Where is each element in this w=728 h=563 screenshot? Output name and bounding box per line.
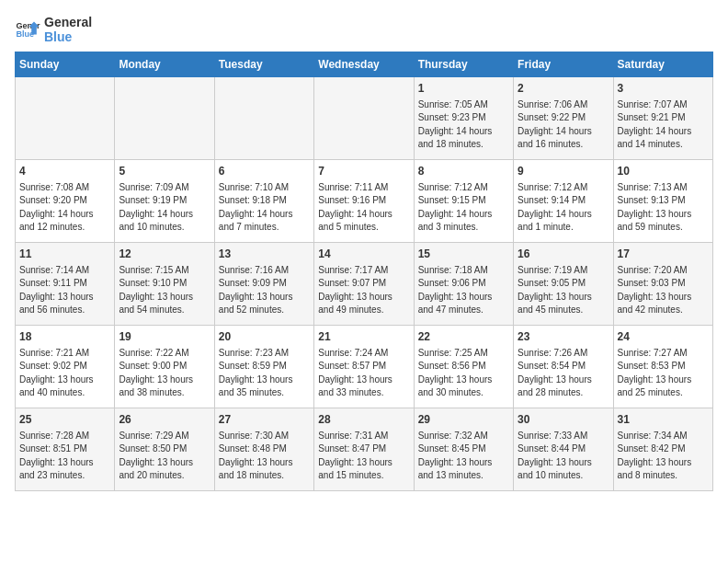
calendar-cell: 29Sunrise: 7:32 AM Sunset: 8:45 PM Dayli…: [414, 408, 513, 491]
day-content: Sunrise: 7:13 AM Sunset: 9:13 PM Dayligh…: [618, 181, 709, 235]
calendar-week-4: 18Sunrise: 7:21 AM Sunset: 9:02 PM Dayli…: [16, 326, 713, 408]
calendar-cell: 20Sunrise: 7:23 AM Sunset: 8:59 PM Dayli…: [214, 326, 313, 408]
calendar-cell: [16, 77, 115, 160]
day-content: Sunrise: 7:17 AM Sunset: 9:07 PM Dayligh…: [318, 264, 409, 317]
day-number: 30: [518, 412, 609, 428]
calendar-cell: 8Sunrise: 7:12 AM Sunset: 9:15 PM Daylig…: [414, 160, 513, 243]
logo: General Blue General Blue: [15, 15, 92, 44]
day-content: Sunrise: 7:29 AM Sunset: 8:50 PM Dayligh…: [119, 430, 210, 483]
weekday-header-friday: Friday: [514, 52, 613, 77]
calendar-cell: 10Sunrise: 7:13 AM Sunset: 9:13 PM Dayli…: [613, 160, 712, 243]
calendar-cell: 26Sunrise: 7:29 AM Sunset: 8:50 PM Dayli…: [115, 408, 214, 491]
calendar-cell: [214, 77, 313, 160]
day-content: Sunrise: 7:14 AM Sunset: 9:11 PM Dayligh…: [19, 264, 110, 317]
day-content: Sunrise: 7:16 AM Sunset: 9:09 PM Dayligh…: [219, 264, 310, 317]
day-number: 23: [518, 329, 609, 345]
day-content: Sunrise: 7:28 AM Sunset: 8:51 PM Dayligh…: [19, 430, 110, 483]
day-content: Sunrise: 7:10 AM Sunset: 9:18 PM Dayligh…: [219, 181, 310, 235]
calendar-cell: 3Sunrise: 7:07 AM Sunset: 9:21 PM Daylig…: [613, 77, 712, 160]
calendar-cell: 22Sunrise: 7:25 AM Sunset: 8:56 PM Dayli…: [414, 326, 513, 408]
day-content: Sunrise: 7:32 AM Sunset: 8:45 PM Dayligh…: [418, 430, 509, 483]
day-content: Sunrise: 7:21 AM Sunset: 9:02 PM Dayligh…: [19, 347, 110, 400]
day-number: 28: [318, 412, 409, 428]
calendar-cell: 1Sunrise: 7:05 AM Sunset: 9:23 PM Daylig…: [414, 77, 513, 160]
day-content: Sunrise: 7:24 AM Sunset: 8:57 PM Dayligh…: [318, 347, 409, 400]
calendar-cell: 5Sunrise: 7:09 AM Sunset: 9:19 PM Daylig…: [115, 160, 214, 243]
day-content: Sunrise: 7:09 AM Sunset: 9:19 PM Dayligh…: [119, 181, 210, 235]
day-number: 16: [518, 247, 609, 262]
page-header: General Blue General Blue: [15, 15, 713, 44]
calendar-cell: 15Sunrise: 7:18 AM Sunset: 9:06 PM Dayli…: [414, 243, 513, 326]
calendar-cell: 11Sunrise: 7:14 AM Sunset: 9:11 PM Dayli…: [16, 243, 115, 326]
day-content: Sunrise: 7:07 AM Sunset: 9:21 PM Dayligh…: [618, 98, 709, 152]
day-content: Sunrise: 7:27 AM Sunset: 8:53 PM Dayligh…: [618, 347, 709, 400]
day-content: Sunrise: 7:12 AM Sunset: 9:14 PM Dayligh…: [518, 181, 609, 235]
day-number: 25: [19, 412, 110, 428]
day-number: 14: [318, 247, 409, 262]
day-content: Sunrise: 7:33 AM Sunset: 8:44 PM Dayligh…: [518, 430, 609, 483]
calendar-cell: [314, 77, 414, 160]
calendar-cell: 27Sunrise: 7:30 AM Sunset: 8:48 PM Dayli…: [214, 408, 313, 491]
day-content: Sunrise: 7:12 AM Sunset: 9:15 PM Dayligh…: [418, 181, 509, 235]
logo-text: General Blue: [44, 15, 92, 44]
calendar-cell: 12Sunrise: 7:15 AM Sunset: 9:10 PM Dayli…: [115, 243, 214, 326]
day-number: 1: [418, 81, 509, 97]
calendar-table: SundayMondayTuesdayWednesdayThursdayFrid…: [15, 52, 713, 491]
day-number: 24: [618, 329, 709, 345]
day-number: 18: [19, 329, 110, 345]
calendar-cell: 30Sunrise: 7:33 AM Sunset: 8:44 PM Dayli…: [514, 408, 613, 491]
day-number: 21: [318, 329, 409, 345]
calendar-cell: 23Sunrise: 7:26 AM Sunset: 8:54 PM Dayli…: [514, 326, 613, 408]
calendar-cell: 21Sunrise: 7:24 AM Sunset: 8:57 PM Dayli…: [314, 326, 414, 408]
weekday-header-tuesday: Tuesday: [214, 52, 313, 77]
calendar-cell: 31Sunrise: 7:34 AM Sunset: 8:42 PM Dayli…: [613, 408, 712, 491]
day-content: Sunrise: 7:05 AM Sunset: 9:23 PM Dayligh…: [418, 98, 509, 152]
calendar-cell: 28Sunrise: 7:31 AM Sunset: 8:47 PM Dayli…: [314, 408, 414, 491]
day-number: 20: [219, 329, 310, 345]
day-number: 17: [618, 247, 709, 262]
day-content: Sunrise: 7:25 AM Sunset: 8:56 PM Dayligh…: [418, 347, 509, 400]
calendar-cell: 13Sunrise: 7:16 AM Sunset: 9:09 PM Dayli…: [214, 243, 313, 326]
calendar-cell: 25Sunrise: 7:28 AM Sunset: 8:51 PM Dayli…: [16, 408, 115, 491]
calendar-cell: 4Sunrise: 7:08 AM Sunset: 9:20 PM Daylig…: [16, 160, 115, 243]
day-number: 13: [219, 247, 310, 262]
weekday-header-wednesday: Wednesday: [314, 52, 414, 77]
day-content: Sunrise: 7:11 AM Sunset: 9:16 PM Dayligh…: [318, 181, 409, 235]
day-number: 19: [119, 329, 210, 345]
day-number: 26: [119, 412, 210, 428]
day-number: 15: [418, 247, 509, 262]
day-content: Sunrise: 7:34 AM Sunset: 8:42 PM Dayligh…: [618, 430, 709, 483]
day-content: Sunrise: 7:08 AM Sunset: 9:20 PM Dayligh…: [19, 181, 110, 235]
day-content: Sunrise: 7:26 AM Sunset: 8:54 PM Dayligh…: [518, 347, 609, 400]
day-number: 12: [119, 247, 210, 262]
calendar-cell: 16Sunrise: 7:19 AM Sunset: 9:05 PM Dayli…: [514, 243, 613, 326]
day-number: 10: [618, 164, 709, 179]
calendar-cell: [115, 77, 214, 160]
day-number: 27: [219, 412, 310, 428]
calendar-cell: 6Sunrise: 7:10 AM Sunset: 9:18 PM Daylig…: [214, 160, 313, 243]
weekday-header-row: SundayMondayTuesdayWednesdayThursdayFrid…: [16, 52, 713, 77]
day-number: 2: [518, 81, 609, 97]
weekday-header-saturday: Saturday: [613, 52, 712, 77]
calendar-cell: 9Sunrise: 7:12 AM Sunset: 9:14 PM Daylig…: [514, 160, 613, 243]
day-content: Sunrise: 7:06 AM Sunset: 9:22 PM Dayligh…: [518, 98, 609, 152]
day-number: 11: [19, 247, 110, 262]
day-content: Sunrise: 7:19 AM Sunset: 9:05 PM Dayligh…: [518, 264, 609, 317]
day-content: Sunrise: 7:22 AM Sunset: 9:00 PM Dayligh…: [119, 347, 210, 400]
day-number: 3: [618, 81, 709, 97]
calendar-week-1: 1Sunrise: 7:05 AM Sunset: 9:23 PM Daylig…: [16, 77, 713, 160]
day-content: Sunrise: 7:31 AM Sunset: 8:47 PM Dayligh…: [318, 430, 409, 483]
day-content: Sunrise: 7:18 AM Sunset: 9:06 PM Dayligh…: [418, 264, 509, 317]
logo-icon: General Blue: [15, 17, 40, 42]
calendar-cell: 14Sunrise: 7:17 AM Sunset: 9:07 PM Dayli…: [314, 243, 414, 326]
day-number: 8: [418, 164, 509, 179]
weekday-header-monday: Monday: [115, 52, 214, 77]
day-number: 5: [119, 164, 210, 179]
calendar-week-5: 25Sunrise: 7:28 AM Sunset: 8:51 PM Dayli…: [16, 408, 713, 491]
day-number: 22: [418, 329, 509, 345]
day-content: Sunrise: 7:15 AM Sunset: 9:10 PM Dayligh…: [119, 264, 210, 317]
day-content: Sunrise: 7:20 AM Sunset: 9:03 PM Dayligh…: [618, 264, 709, 317]
calendar-week-2: 4Sunrise: 7:08 AM Sunset: 9:20 PM Daylig…: [16, 160, 713, 243]
calendar-cell: 17Sunrise: 7:20 AM Sunset: 9:03 PM Dayli…: [613, 243, 712, 326]
calendar-cell: 19Sunrise: 7:22 AM Sunset: 9:00 PM Dayli…: [115, 326, 214, 408]
